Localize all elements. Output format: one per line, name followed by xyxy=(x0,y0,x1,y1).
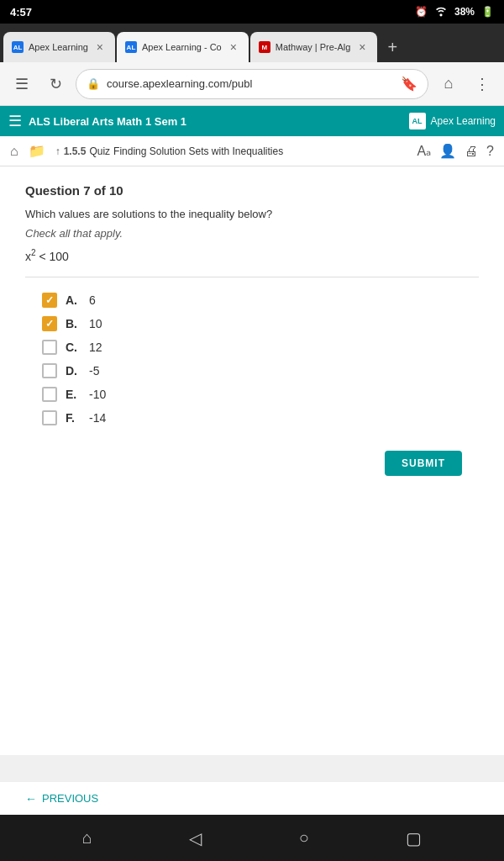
breadcrumb-arrow: ↑ xyxy=(55,145,60,157)
system-nav: ⌂ ◁ ○ ▢ xyxy=(0,815,504,861)
previous-label: PREVIOUS xyxy=(42,792,98,805)
home-nav-button[interactable]: ⌂ xyxy=(10,144,18,159)
question-formula: x2 < 100 xyxy=(25,248,479,263)
tab-label-3: Mathway | Pre-Alg xyxy=(276,42,351,52)
battery-icon: 🔋 xyxy=(481,6,494,18)
app-header: ☰ ALS Liberal Arts Math 1 Sem 1 AL Apex … xyxy=(0,106,504,136)
tab-bar: AL Apex Learning × AL Apex Learning - Co… xyxy=(0,24,504,62)
answer-letter-c: C. xyxy=(66,341,81,354)
answer-list: A. 6 B. 10 C. 12 D. -5 E. -10 xyxy=(42,293,479,425)
browser-toolbar: ☰ ↻ 🔒 course.apexlearning.com/publ 🔖 ⌂ ⋮ xyxy=(0,62,504,106)
system-home-button[interactable]: ⌂ xyxy=(82,828,92,848)
checkbox-e[interactable] xyxy=(42,387,57,402)
tab-close-2[interactable]: × xyxy=(227,41,240,53)
answer-letter-a: A. xyxy=(66,293,81,307)
secondary-toolbar-right-icons: Aₐ 👤 🖨 ? xyxy=(417,143,494,159)
breadcrumb-section: 1.5.5 xyxy=(64,145,87,157)
breadcrumb-type: Quiz xyxy=(89,145,110,157)
menu-button[interactable]: ☰ xyxy=(8,71,35,98)
system-back-button[interactable]: ◁ xyxy=(189,828,202,848)
help-icon[interactable]: ? xyxy=(486,144,494,159)
wifi-icon xyxy=(434,5,448,19)
print-icon[interactable]: 🖨 xyxy=(465,144,478,159)
home-button[interactable]: ⌂ xyxy=(435,71,462,98)
bookmark-icon[interactable]: 🔖 xyxy=(401,76,417,92)
checkbox-b[interactable] xyxy=(42,316,57,331)
address-bar[interactable]: 🔒 course.apexlearning.com/publ 🔖 xyxy=(76,69,428,99)
previous-arrow-icon: ← xyxy=(25,792,37,806)
question-header: Question 7 of 10 xyxy=(25,183,479,198)
answer-item-d: D. -5 xyxy=(42,363,479,378)
answer-value-d: -5 xyxy=(89,364,99,378)
answer-letter-b: B. xyxy=(66,317,81,330)
battery-level: 38% xyxy=(454,6,475,18)
answer-value-a: 6 xyxy=(89,293,96,307)
breadcrumb: ↑ 1.5.5 Quiz Finding Solution Sets with … xyxy=(55,145,407,157)
answer-item-a: A. 6 xyxy=(42,293,479,308)
divider xyxy=(25,277,479,277)
system-recent-button[interactable]: ○ xyxy=(299,828,309,848)
answer-value-b: 10 xyxy=(89,317,102,330)
tab-apex-learning-2[interactable]: AL Apex Learning - Co × xyxy=(117,32,249,62)
tab-favicon-2: AL xyxy=(125,41,137,53)
apex-logo: AL xyxy=(409,113,426,129)
tab-close-3[interactable]: × xyxy=(355,41,369,53)
tab-favicon-3: M xyxy=(259,41,270,53)
tab-label-2: Apex Learning - Co xyxy=(142,42,222,52)
language-icon[interactable]: Aₐ xyxy=(417,143,431,159)
answer-item-c: C. 12 xyxy=(42,340,479,355)
url-text: course.apexlearning.com/publ xyxy=(107,77,394,90)
folder-button[interactable]: 📁 xyxy=(29,143,45,159)
breadcrumb-title: Finding Solution Sets with Inequalities xyxy=(113,145,283,157)
main-content: Question 7 of 10 Which values are soluti… xyxy=(0,166,504,755)
status-bar: 4:57 ⏰ 38% 🔋 xyxy=(0,0,504,24)
previous-link[interactable]: ← PREVIOUS xyxy=(25,792,98,806)
tab-apex-learning-1[interactable]: AL Apex Learning × xyxy=(3,32,115,62)
tab-mathway[interactable]: M Mathway | Pre-Alg × xyxy=(250,32,378,62)
tab-favicon-1: AL xyxy=(12,41,24,53)
previous-bar: ← PREVIOUS xyxy=(0,781,504,815)
lock-icon: 🔒 xyxy=(87,77,100,90)
more-options-button[interactable]: ⋮ xyxy=(469,71,496,98)
hamburger-icon[interactable]: ☰ xyxy=(8,112,22,130)
checkbox-f[interactable] xyxy=(42,410,57,425)
tab-label-1: Apex Learning xyxy=(29,42,88,52)
system-apps-button[interactable]: ▢ xyxy=(406,828,422,848)
answer-item-f: F. -14 xyxy=(42,410,479,425)
course-title: ALS Liberal Arts Math 1 Sem 1 xyxy=(29,115,186,128)
secondary-toolbar: ⌂ 📁 ↑ 1.5.5 Quiz Finding Solution Sets w… xyxy=(0,136,504,166)
answer-item-e: E. -10 xyxy=(42,387,479,402)
reload-button[interactable]: ↻ xyxy=(42,71,69,98)
new-tab-button[interactable]: + xyxy=(379,34,406,61)
users-icon[interactable]: 👤 xyxy=(439,143,456,159)
answer-value-e: -10 xyxy=(89,388,106,401)
checkbox-c[interactable] xyxy=(42,340,57,355)
question-text: Which values are solutions to the inequa… xyxy=(25,208,479,220)
checkbox-d[interactable] xyxy=(42,363,57,378)
question-instruction: Check all that apply. xyxy=(25,227,479,240)
answer-letter-f: F. xyxy=(66,411,81,425)
answer-letter-e: E. xyxy=(66,388,81,401)
status-time: 4:57 xyxy=(10,6,32,18)
answer-letter-d: D. xyxy=(66,364,81,378)
checkbox-a[interactable] xyxy=(42,293,57,308)
tab-close-1[interactable]: × xyxy=(93,41,107,53)
submit-button[interactable]: SUBMIT xyxy=(385,451,462,476)
answer-item-b: B. 10 xyxy=(42,316,479,331)
answer-value-f: -14 xyxy=(89,411,106,425)
answer-value-c: 12 xyxy=(89,341,102,354)
submit-area: SUBMIT xyxy=(25,451,479,476)
brand-name: Apex Learning xyxy=(431,115,496,127)
alarm-icon: ⏰ xyxy=(415,6,428,18)
